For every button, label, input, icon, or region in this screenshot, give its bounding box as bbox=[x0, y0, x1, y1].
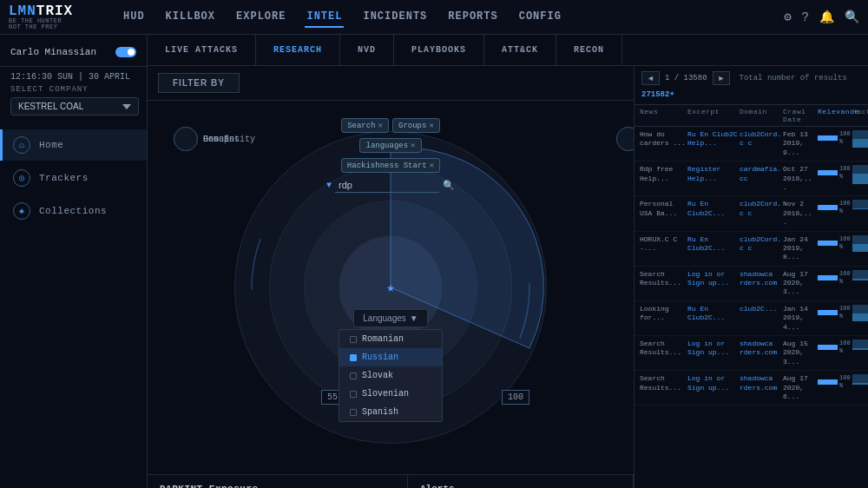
groups-tag-close[interactable]: ✕ bbox=[429, 121, 433, 130]
filter-icon: ▼ bbox=[326, 181, 332, 190]
graph-canvas: ★ Search ✕ Groups ✕ bbox=[148, 101, 634, 474]
middle-section: FILTER BY ★ bbox=[148, 66, 868, 488]
graph-search-area: Search ✕ Groups ✕ languages ✕ bbox=[326, 118, 455, 193]
orbit-data-sources[interactable]: Data Sources bbox=[616, 127, 634, 151]
settings-icon[interactable]: ⚙ bbox=[784, 10, 791, 24]
tab-research[interactable]: RESEARCH bbox=[256, 35, 340, 65]
tab-live-attacks[interactable]: LIVE ATTACKS bbox=[148, 35, 256, 65]
total-results-count: 271582+ bbox=[641, 90, 674, 99]
table-row[interactable]: HORUX.C C -... Ru En Club2C... club2Cord… bbox=[635, 232, 868, 267]
trackers-icon: ◎ bbox=[13, 169, 30, 187]
groups-tag[interactable]: Groups ✕ bbox=[392, 118, 440, 133]
nav-hud[interactable]: HUD bbox=[122, 7, 147, 28]
nav-intel[interactable]: INTEL bbox=[305, 7, 344, 28]
search-tag-row2: languages ✕ bbox=[359, 138, 421, 153]
table-row[interactable]: How do carders ... Ru En Club2C Help... … bbox=[635, 127, 868, 162]
time-section: 12:16:30 SUN | 30 APRIL SELECT COMPANY K… bbox=[0, 67, 147, 121]
table-row[interactable]: Search Results... Log in or Sign up... s… bbox=[635, 267, 868, 301]
col-domain[interactable]: Domain bbox=[740, 108, 783, 123]
col-excerpt[interactable]: Excerpt bbox=[687, 108, 740, 123]
main-layout: Carlo Minassian 12:16:30 SUN | 30 APRIL … bbox=[0, 35, 868, 488]
table-row[interactable]: Rdp free Help... Register Help... cardma… bbox=[635, 162, 868, 196]
nav-items: HUD KILLBOX EXPLORE INTEL INCIDENTS REPO… bbox=[122, 7, 784, 28]
search-tag-row3: Hackishness Start ✕ bbox=[341, 158, 440, 173]
column-headers: News Excerpt Domain Crawl Date Relevance… bbox=[635, 105, 868, 127]
sidebar-item-home[interactable]: ⌂ Home bbox=[0, 129, 147, 161]
tab-attck[interactable]: ATT&CK bbox=[484, 35, 556, 65]
right-panel: ◄ 1 / 13580 ► Total number of results 27… bbox=[634, 66, 868, 488]
languages-button[interactable]: Languages ▼ bbox=[353, 309, 427, 327]
user-section: Carlo Minassian bbox=[0, 42, 147, 67]
logo: LMNTRIX BE THE HUNTER NOT THE PREY bbox=[9, 4, 104, 30]
hackishness-tag-close[interactable]: ✕ bbox=[430, 161, 434, 170]
slovenian-checkbox[interactable] bbox=[350, 391, 357, 398]
tab-nvd[interactable]: NVD bbox=[340, 35, 394, 65]
dropdown-item-slovak[interactable]: Slovak bbox=[339, 366, 442, 385]
table-row[interactable]: Looking for... Ru En Club2C... club2C...… bbox=[635, 301, 868, 336]
bottom-footer: DARKINT Exposure Nov 22 2022, 10:02 AM k… bbox=[148, 474, 634, 488]
filter-bar: FILTER BY bbox=[148, 66, 634, 101]
nav-incidents[interactable]: INCIDENTS bbox=[361, 7, 429, 28]
hackishness-tag[interactable]: Hackishness Start ✕ bbox=[341, 158, 440, 173]
data-sources-circle bbox=[616, 127, 634, 151]
magnify-icon[interactable]: 🔍 bbox=[443, 180, 455, 191]
graph-area: FILTER BY ★ bbox=[148, 66, 634, 488]
top-navigation: LMNTRIX BE THE HUNTER NOT THE PREY HUD K… bbox=[0, 0, 868, 35]
search-tag[interactable]: Search ✕ bbox=[341, 118, 389, 133]
company-selector[interactable]: KESTREL COAL bbox=[10, 97, 139, 115]
nav-killbox[interactable]: KILLBOX bbox=[164, 7, 217, 28]
filter-by-button[interactable]: FILTER BY bbox=[158, 73, 240, 93]
dropdown-item-romanian[interactable]: Romanian bbox=[339, 330, 442, 348]
user-toggle[interactable] bbox=[115, 47, 136, 57]
orbit-groups[interactable]: Groups bbox=[174, 127, 234, 151]
col-news[interactable]: News bbox=[640, 108, 687, 123]
sidebar-label-collections: Collections bbox=[39, 206, 107, 216]
search-input-area: ▼ 🔍 bbox=[326, 178, 455, 193]
table-row[interactable]: Search Results... Log in or Sign up... s… bbox=[635, 336, 868, 371]
search-icon[interactable]: 🔍 bbox=[845, 10, 859, 24]
search-tag-close[interactable]: ✕ bbox=[378, 121, 383, 130]
dropdown-item-russian[interactable]: Russian bbox=[339, 348, 442, 366]
dropdown-item-spanish[interactable]: Spanish bbox=[339, 403, 442, 421]
nav-config[interactable]: CONFIG bbox=[517, 7, 563, 28]
help-icon[interactable]: ? bbox=[802, 10, 809, 24]
russian-checkbox[interactable] bbox=[350, 354, 357, 361]
groups-circle bbox=[174, 127, 198, 151]
tab-recon[interactable]: RECON bbox=[556, 35, 622, 65]
sidebar-item-trackers[interactable]: ◎ Trackers bbox=[0, 162, 147, 194]
spanish-checkbox[interactable] bbox=[350, 409, 357, 416]
graph-search-input[interactable] bbox=[335, 178, 439, 193]
romanian-checkbox[interactable] bbox=[350, 336, 357, 343]
col-relevance[interactable]: Relevance bbox=[818, 108, 852, 123]
collections-icon: ◈ bbox=[13, 202, 30, 220]
sidebar-nav: ⌂ Home ◎ Trackers ◈ Collections bbox=[0, 121, 147, 235]
nav-reports[interactable]: REPORTS bbox=[446, 7, 499, 28]
data-rows: How do carders ... Ru En Club2C Help... … bbox=[635, 127, 868, 488]
total-results-label: Total number of results bbox=[739, 74, 846, 82]
current-time: 12:16:30 SUN | 30 APRIL bbox=[10, 72, 136, 82]
page-prev-button[interactable]: ◄ bbox=[641, 71, 660, 85]
languages-tag[interactable]: languages ✕ bbox=[359, 138, 421, 153]
sidebar-item-collections[interactable]: ◈ Collections bbox=[0, 195, 147, 227]
page-info: 1 / 13580 bbox=[665, 74, 707, 82]
sidebar-label-home: Home bbox=[39, 140, 63, 150]
value-100: 100 bbox=[502, 390, 529, 405]
slovak-checkbox[interactable] bbox=[350, 373, 357, 379]
search-tag-row1: Search ✕ Groups ✕ bbox=[341, 118, 440, 133]
dropdown-item-slovenian[interactable]: Slovenian bbox=[339, 385, 442, 403]
home-icon: ⌂ bbox=[13, 136, 30, 154]
col-hackishness[interactable]: Hackishness bbox=[852, 108, 868, 123]
table-row[interactable]: Personal USA Ba... Ru En Club2C... club2… bbox=[635, 196, 868, 231]
tab-playbooks[interactable]: PLAYBOOKS bbox=[394, 35, 484, 65]
footer-darkint: DARKINT Exposure Nov 22 2022, 10:02 AM k… bbox=[148, 475, 408, 488]
nav-icons: ⚙ ? 🔔 🔍 bbox=[784, 10, 859, 24]
languages-tag-close[interactable]: ✕ bbox=[411, 141, 415, 150]
sidebar-label-trackers: Trackers bbox=[39, 173, 89, 183]
page-next-button[interactable]: ► bbox=[713, 71, 731, 85]
alerts-title: Alerts bbox=[420, 484, 621, 488]
nav-explore[interactable]: EXPLORE bbox=[234, 7, 287, 28]
languages-dropdown-menu: Romanian Russian Slovak bbox=[339, 329, 443, 422]
table-row[interactable]: Search Results... Log in or Sign up... s… bbox=[635, 371, 868, 406]
col-crawl-date[interactable]: Crawl Date bbox=[783, 108, 818, 123]
bell-icon[interactable]: 🔔 bbox=[819, 10, 834, 24]
